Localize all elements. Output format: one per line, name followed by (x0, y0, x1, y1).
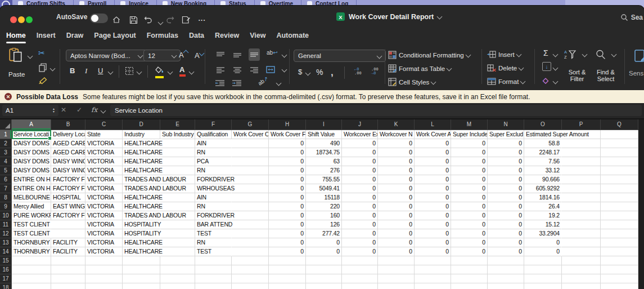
sensitivity-icon[interactable] (633, 48, 644, 65)
cell-G9[interactable] (232, 202, 269, 211)
cell-Q4[interactable] (601, 157, 638, 166)
close-window-button[interactable] (10, 16, 17, 23)
cell-M12[interactable]: 0 (451, 229, 488, 238)
cell-L6[interactable]: 0 (415, 175, 451, 184)
cell-H14[interactable]: 0 (269, 247, 306, 256)
cell-D18[interactable] (123, 283, 160, 289)
cell-O16[interactable] (524, 265, 562, 274)
cell-C6[interactable]: VICTORIA (85, 175, 123, 184)
column-header-O[interactable]: O (524, 119, 562, 130)
cell-N15[interactable] (488, 256, 524, 265)
cell-E4[interactable] (160, 157, 195, 166)
cell-A5[interactable]: DAISY DOMS (12, 166, 51, 175)
select-all-corner[interactable] (0, 119, 12, 130)
cell-E16[interactable] (160, 265, 195, 274)
home-icon[interactable] (111, 15, 121, 25)
percent-format-button[interactable]: % (316, 68, 323, 77)
cell-J6[interactable]: 0 (342, 175, 378, 184)
cell-L17[interactable] (415, 274, 451, 283)
cell-L10[interactable]: 0 (415, 211, 451, 220)
align-top-button[interactable] (217, 51, 224, 61)
cell-D2[interactable]: HEALTHCARE (123, 139, 160, 148)
cell-J2[interactable]: 0 (342, 139, 378, 148)
cell-K5[interactable]: 0 (378, 166, 415, 175)
format-painter-icon[interactable] (38, 77, 47, 87)
cell-A7[interactable]: ENTIRE ON H (12, 184, 51, 193)
cell-P9[interactable] (562, 202, 601, 211)
borders-icon[interactable] (125, 66, 134, 78)
cell-C11[interactable]: VICTORIA (85, 220, 123, 229)
increase-decimal-button[interactable]: ←0.00 (354, 68, 362, 75)
cell-D4[interactable]: HEALTHCARE (123, 157, 160, 166)
cell-P4[interactable] (562, 157, 601, 166)
cell-D8[interactable]: HEALTHCARE (123, 193, 160, 202)
cell-L4[interactable]: 0 (415, 157, 451, 166)
cell-F11[interactable]: BAR ATTEND (195, 220, 232, 229)
cell-J7[interactable]: 0 (342, 184, 378, 193)
cell-Q8[interactable] (601, 193, 638, 202)
cell-F18[interactable] (195, 283, 232, 289)
cell-D14[interactable]: HEALTHCARE (123, 247, 160, 256)
cell-Q3[interactable] (601, 148, 638, 157)
ribbon-tab-view[interactable]: View (250, 32, 265, 39)
align-bottom-button[interactable] (249, 48, 260, 61)
cell-N14[interactable]: 0 (488, 247, 524, 256)
cell-H9[interactable]: 0 (269, 202, 306, 211)
cell-L8[interactable]: 0 (415, 193, 451, 202)
cell-G15[interactable] (232, 256, 269, 265)
cell-L3[interactable]: 0 (415, 148, 451, 157)
cell-J4[interactable]: 0 (342, 157, 378, 166)
column-header-J[interactable]: J (342, 119, 378, 130)
decrease-font-size-button[interactable]: A (195, 51, 204, 60)
sort-filter-chevron-icon[interactable] (582, 52, 588, 57)
cell-H2[interactable]: 0 (269, 139, 306, 148)
cell-H8[interactable]: 0 (269, 193, 306, 202)
autosum-chevron-icon[interactable] (553, 52, 559, 57)
cell-G10[interactable] (232, 211, 269, 220)
cell-C18[interactable] (85, 283, 123, 289)
cell-D9[interactable]: HEALTHCARE (123, 202, 160, 211)
cell-N1[interactable]: Super Exclud (488, 130, 524, 139)
cell-A10[interactable]: PURE WORKF (12, 211, 51, 220)
cell-E15[interactable] (160, 256, 195, 265)
cell-B1[interactable]: Delivery Loca (51, 130, 85, 139)
cell-C8[interactable]: VICTORIA (85, 193, 123, 202)
row-header-7[interactable]: 7 (0, 184, 12, 193)
cell-O14[interactable]: 0 (524, 247, 562, 256)
search-cluster[interactable]: Sea (620, 14, 643, 21)
column-header-B[interactable]: B (51, 119, 85, 130)
row-header-8[interactable]: 8 (0, 193, 12, 202)
cell-P10[interactable] (562, 211, 601, 220)
cell-O3[interactable]: 2248.17 (524, 148, 562, 157)
cell-D11[interactable]: HOSPITALITY (123, 220, 160, 229)
cell-F8[interactable]: AIN (195, 193, 232, 202)
cell-P15[interactable] (562, 256, 601, 265)
sort-filter-label[interactable]: Sort & Filter (561, 69, 593, 82)
cell-G7[interactable] (232, 184, 269, 193)
font-color-chevron-icon[interactable] (189, 69, 195, 75)
cell-F9[interactable]: RN (195, 202, 232, 211)
cell-A16[interactable] (12, 265, 51, 274)
cell-L16[interactable] (415, 265, 451, 274)
cell-F6[interactable]: FORKDRIVER (195, 175, 232, 184)
cell-K4[interactable]: 0 (378, 157, 415, 166)
cell-B10[interactable]: FACTORY FLO (51, 211, 85, 220)
cell-D15[interactable] (123, 256, 160, 265)
cell-F15[interactable] (195, 256, 232, 265)
fill-color-chevron-icon[interactable] (168, 69, 173, 75)
column-header-L[interactable]: L (415, 119, 451, 130)
cell-K10[interactable]: 0 (378, 211, 415, 220)
cell-E3[interactable] (160, 148, 195, 157)
cell-H11[interactable]: 0 (269, 220, 306, 229)
cell-O8[interactable]: 1814.16 (524, 193, 562, 202)
cell-I6[interactable]: 755.55 (306, 175, 342, 184)
row-header-9[interactable]: 9 (0, 202, 12, 211)
formula-input[interactable]: Service Location (110, 105, 642, 116)
row-header-4[interactable]: 4 (0, 157, 12, 166)
cell-I14[interactable]: 0 (306, 247, 342, 256)
comma-format-button[interactable]: , (331, 70, 334, 75)
cell-M6[interactable]: 0 (451, 175, 488, 184)
cell-K2[interactable]: 0 (378, 139, 415, 148)
fill-chevron-icon[interactable] (553, 65, 559, 71)
cell-G4[interactable] (232, 157, 269, 166)
